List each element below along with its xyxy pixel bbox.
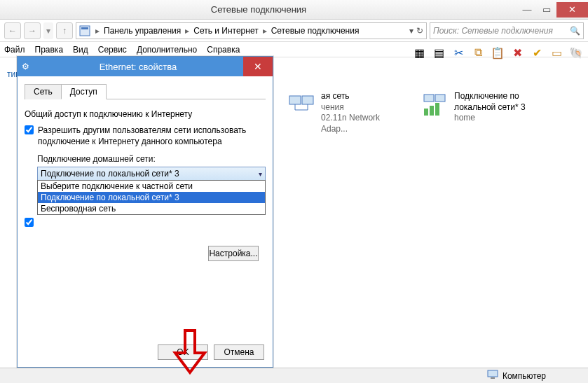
combo-option[interactable]: Выберите подключение к частной сети [38, 181, 265, 192]
sharing-section: Общий доступ к подключению к Интернету Р… [25, 109, 266, 227]
menu-extra[interactable]: Дополнительно [137, 45, 197, 55]
chevron-down-icon: ▾ [259, 170, 262, 178]
cancel-button[interactable]: Отмена [214, 344, 264, 360]
net-line2: чения [321, 102, 406, 113]
shell-icon[interactable]: 🐚 [568, 45, 584, 60]
net-line3: 02.11n Network Adap... [321, 113, 406, 134]
network-wifi-icon [287, 91, 315, 119]
search-placeholder: Поиск: Сетевые подключения [433, 26, 553, 36]
allow-sharing-label: Разрешить другим пользователям сети испо… [38, 125, 266, 147]
svg-rect-11 [435, 103, 439, 116]
net-line1: ая сеть [321, 91, 406, 102]
maximize-button[interactable]: ▭ [537, 2, 556, 18]
delete-icon[interactable]: ✖ [510, 45, 525, 60]
cut-icon[interactable]: ✂ [451, 45, 466, 60]
combo-dropdown: Выберите подключение к частной сети Подк… [37, 180, 266, 215]
menu-service[interactable]: Сервис [98, 45, 127, 55]
dropdown-chevron-icon[interactable]: ▾ [409, 26, 413, 36]
copy-icon[interactable]: ⧉ [470, 45, 486, 60]
svg-rect-3 [302, 96, 313, 104]
svg-rect-9 [424, 109, 428, 116]
svg-rect-7 [424, 95, 434, 102]
chevron-icon: ▸ [183, 26, 191, 36]
network-item[interactable]: ая сеть чения 02.11n Network Adap... [287, 91, 406, 361]
combo-option-selected[interactable]: Подключение по локальной сети* 3 [38, 192, 265, 203]
network-item-text: Подключение по локальной сети* 3 home [454, 91, 554, 361]
chevron-icon: ▸ [93, 26, 102, 36]
computer-icon [487, 370, 498, 382]
history-chevron-icon[interactable]: ▾ [43, 22, 53, 39]
layout-icon[interactable]: ▦ [411, 45, 427, 60]
menu-view[interactable]: Вид [73, 45, 88, 55]
combo-value: Подключение по локальной сети* 3 [41, 169, 179, 179]
menu-edit[interactable]: Правка [35, 45, 64, 55]
check-icon[interactable]: ✔ [529, 45, 545, 60]
menu-help[interactable]: Справка [207, 45, 240, 55]
svg-rect-13 [491, 377, 495, 379]
window-title: Сетевые подключения [0, 4, 517, 15]
preview-icon[interactable]: ▤ [431, 45, 446, 60]
dialog-icon: ⚙ [18, 62, 33, 71]
refresh-icon[interactable]: ↻ [416, 26, 423, 36]
settings-button[interactable]: Настройка... [208, 246, 259, 261]
svg-rect-2 [289, 96, 301, 104]
close-button[interactable]: ✕ [556, 2, 588, 18]
status-label: Компьютер [502, 371, 546, 381]
network-item[interactable]: Подключение по локальной сети* 3 home [421, 91, 554, 361]
dialog-tabs: Сеть Доступ [25, 83, 266, 99]
search-input[interactable]: Поиск: Сетевые подключения 🔍 [430, 22, 584, 39]
paste-icon[interactable]: 📋 [490, 45, 505, 60]
net-line2: home [454, 113, 554, 124]
address-bar: ← → ▾ ↑ ▸ Панель управления ▸ Сеть и Инт… [0, 20, 588, 42]
minimize-button[interactable]: — [517, 2, 537, 18]
dialog-close-button[interactable]: ✕ [243, 57, 273, 76]
back-button[interactable]: ← [4, 22, 21, 39]
svg-rect-12 [488, 370, 498, 377]
control-panel-icon [79, 25, 90, 36]
forward-button[interactable]: → [24, 22, 41, 39]
svg-rect-10 [430, 106, 434, 116]
network-lan-icon [421, 91, 449, 119]
status-bar: Компьютер [0, 368, 588, 383]
tab-network[interactable]: Сеть [25, 84, 62, 99]
dialog-title: Ethernet: свойства [33, 62, 243, 72]
net-line1: Подключение по локальной сети* 3 [454, 91, 554, 113]
menu-file[interactable]: Файл [4, 45, 25, 55]
toolbar: ▦ ▤ ✂ ⧉ 📋 ✖ ✔ ▭ 🐚 [411, 42, 584, 63]
main-titlebar: Сетевые подключения — ▭ ✕ [0, 0, 588, 20]
svg-rect-8 [435, 95, 445, 102]
breadcrumb-bar[interactable]: ▸ Панель управления ▸ Сеть и Интернет ▸ … [76, 22, 427, 39]
properties-icon[interactable]: ▭ [549, 45, 564, 60]
network-item-text: ая сеть чения 02.11n Network Adap... [321, 91, 406, 361]
arrow-annotation-icon [172, 329, 207, 378]
svg-rect-1 [81, 27, 88, 29]
up-button[interactable]: ↑ [56, 22, 73, 39]
group-title: Общий доступ к подключению к Интернету [25, 109, 266, 119]
secondary-checkbox[interactable] [25, 218, 34, 227]
combo-option[interactable]: Беспроводная сеть [38, 203, 265, 214]
home-network-combo[interactable]: Подключение по локальной сети* 3 ▾ Выбер… [37, 167, 266, 181]
chevron-icon: ▸ [261, 26, 269, 36]
properties-dialog: ⚙ Ethernet: свойства ✕ Сеть Доступ Общий… [17, 56, 273, 368]
home-network-label: Подключение домашней сети: [37, 154, 266, 164]
breadcrumb-item[interactable]: Панель управления [102, 26, 183, 36]
dialog-titlebar: ⚙ Ethernet: свойства ✕ [18, 57, 273, 76]
breadcrumb-item[interactable]: Сетевые подключения [269, 26, 362, 36]
tab-sharing[interactable]: Доступ [61, 84, 107, 99]
allow-sharing-checkbox[interactable] [25, 125, 34, 134]
dialog-body: Сеть Доступ Общий доступ к подключению к… [18, 76, 273, 367]
breadcrumb-item[interactable]: Сеть и Интернет [191, 26, 260, 36]
search-icon: 🔍 [570, 26, 580, 36]
window-controls: — ▭ ✕ [517, 2, 588, 18]
